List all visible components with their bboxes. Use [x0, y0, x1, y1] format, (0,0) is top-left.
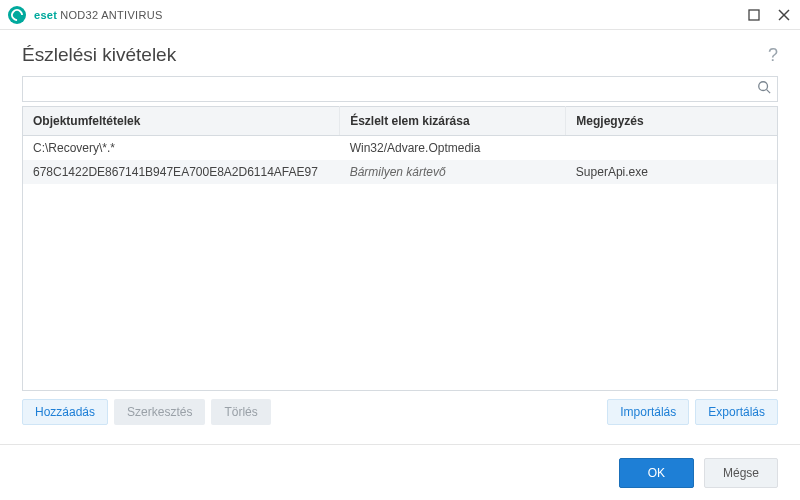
svg-point-3: [759, 82, 768, 91]
brand-text: esetNOD32 ANTIVIRUS: [34, 9, 163, 21]
page-header: Észlelési kivételek ?: [0, 30, 800, 76]
cell-comment: SuperApi.exe: [566, 160, 777, 184]
search-container: [22, 76, 778, 102]
maximize-button[interactable]: [746, 7, 762, 23]
dialog-footer: OK Mégse: [0, 444, 800, 500]
ok-button[interactable]: OK: [619, 458, 694, 488]
edit-button[interactable]: Szerkesztés: [114, 399, 205, 425]
table-row[interactable]: 678C1422DE867141B947EA700E8A2D6114AFAE97…: [23, 160, 777, 184]
delete-button[interactable]: Törlés: [211, 399, 270, 425]
brand-bold: eset: [34, 9, 57, 21]
table-header-row: Objektumfeltételek Észlelt elem kizárása…: [23, 107, 777, 136]
toolbar-right: Importálás Exportálás: [607, 399, 778, 425]
svg-rect-0: [749, 10, 759, 20]
content-area: Objektumfeltételek Észlelt elem kizárása…: [0, 76, 800, 425]
search-input[interactable]: [23, 77, 777, 101]
cell-detection: Win32/Advare.Optmedia: [340, 136, 566, 161]
help-icon: ?: [768, 45, 778, 65]
cancel-button[interactable]: Mégse: [704, 458, 778, 488]
search-icon[interactable]: [757, 80, 771, 98]
exclusions-table-container: Objektumfeltételek Észlelt elem kizárása…: [22, 106, 778, 391]
exclusions-table: Objektumfeltételek Észlelt elem kizárása…: [23, 106, 777, 184]
titlebar: esetNOD32 ANTIVIRUS: [0, 0, 800, 30]
page-title: Észlelési kivételek: [22, 44, 176, 66]
add-button[interactable]: Hozzáadás: [22, 399, 108, 425]
column-header-detection[interactable]: Észlelt elem kizárása: [340, 107, 566, 136]
close-icon: [778, 9, 790, 21]
column-header-object[interactable]: Objektumfeltételek: [23, 107, 340, 136]
table-toolbar: Hozzáadás Szerkesztés Törlés Importálás …: [22, 399, 778, 425]
close-button[interactable]: [776, 7, 792, 23]
cell-comment: [566, 136, 777, 161]
cell-object: C:\Recovery\*.*: [23, 136, 340, 161]
maximize-icon: [748, 9, 760, 21]
column-header-comment[interactable]: Megjegyzés: [566, 107, 777, 136]
help-button[interactable]: ?: [768, 45, 778, 66]
import-button[interactable]: Importálás: [607, 399, 689, 425]
cell-detection: Bármilyen kártevő: [340, 160, 566, 184]
eset-logo-icon: [8, 6, 26, 24]
table-row[interactable]: C:\Recovery\*.*Win32/Advare.Optmedia: [23, 136, 777, 161]
export-button[interactable]: Exportálás: [695, 399, 778, 425]
svg-line-4: [767, 90, 771, 94]
window-controls: [746, 7, 792, 23]
cell-object: 678C1422DE867141B947EA700E8A2D6114AFAE97: [23, 160, 340, 184]
brand-rest: NOD32 ANTIVIRUS: [60, 9, 162, 21]
